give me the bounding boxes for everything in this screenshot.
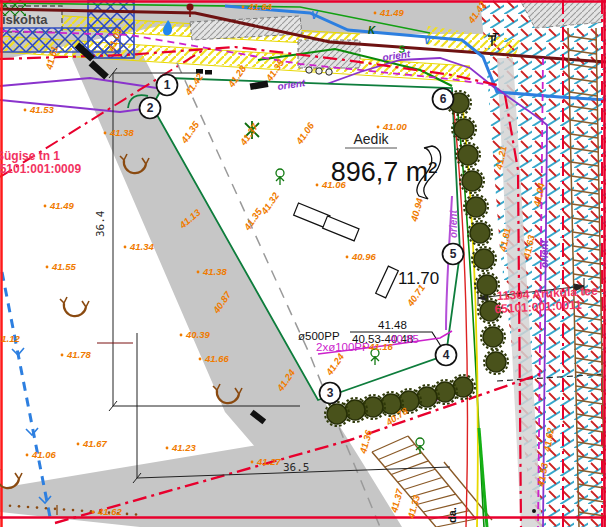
utility-label: K (368, 25, 376, 36)
street-label: da. (446, 507, 458, 523)
elevation-label: 41.62 (97, 506, 122, 517)
boundary-point-number: 2 (147, 101, 154, 115)
elevation-label: 41.53 (29, 104, 54, 115)
utility-label: orient (539, 240, 550, 268)
elevation-label: 41.55 (51, 261, 76, 272)
parcel-left-code: 65101:001:0009 (0, 162, 81, 176)
top-left-label: iskohta (2, 12, 48, 27)
elevation-label: 41.78 (66, 349, 91, 360)
pipe-elev-100: 40.85 (390, 333, 419, 345)
boundary-point-number: 1 (164, 78, 171, 92)
elevation-label: 41.67 (82, 438, 107, 449)
utility-label: orient (448, 210, 459, 238)
elevation-label: 41.23 (171, 442, 196, 453)
elevation-label: 41.38 (202, 266, 227, 277)
site-plan-svg: 41.6441.4941.4241.0341.6141.5341.3841.28… (0, 0, 606, 527)
pipe-label-100: 2xø100PP (316, 341, 370, 353)
elevation-label: 41.49 (49, 200, 74, 211)
boundary-point-number: 6 (440, 92, 447, 106)
elevation-label: 41.27 (256, 456, 281, 467)
boundary-point-number: 3 (327, 386, 334, 400)
area-value: 896,7 m² (331, 157, 438, 187)
elevation-label: 41.49 (379, 7, 404, 18)
elevation-label: 41.66 (204, 353, 229, 364)
boundary-point-number: 5 (450, 247, 457, 261)
dimension-label: 36.4 (94, 210, 107, 237)
elevation-label: 41.34 (129, 241, 154, 252)
pipe-elev-top: 41.48 (378, 319, 407, 331)
hydrant-icon (187, 4, 194, 11)
area-title: Aedik (353, 131, 389, 147)
site-plan-canvas: 41.6441.4941.4241.0341.6141.5341.3841.28… (0, 0, 606, 527)
elevation-label: 41.38 (109, 127, 134, 138)
dimension-label: 36.5 (283, 461, 310, 474)
dimension-label: 11.70 (398, 269, 439, 288)
elevation-label: 40.39 (185, 329, 210, 340)
utility-label: T (492, 32, 499, 43)
elevation-label: 41.12 (0, 333, 20, 344)
parcel-left-name: Sügise tn 1 (0, 149, 60, 163)
elevation-label: 41.06 (31, 449, 56, 460)
elevation-label: 40.96 (351, 251, 376, 262)
elevation-label: 41.64 (247, 1, 272, 12)
boundary-point-number: 4 (443, 348, 450, 362)
